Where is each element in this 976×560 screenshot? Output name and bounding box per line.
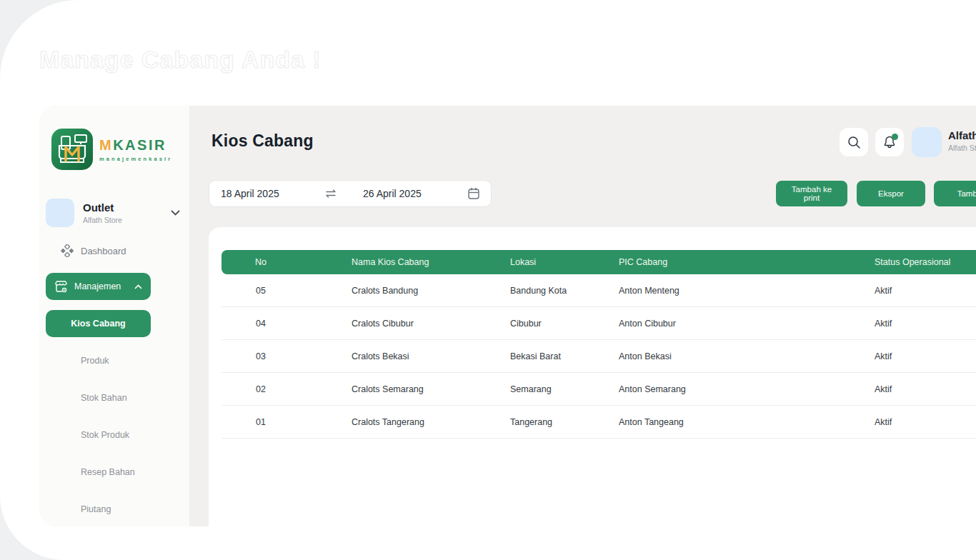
- brand-logo: MKASIR manajemenkasir: [51, 129, 172, 170]
- cell-status: Aktif: [875, 286, 976, 296]
- sidebar-item-piutang[interactable]: Piutang: [81, 504, 111, 514]
- brand-name-rest: KASIR: [113, 137, 166, 153]
- app-window: MKASIR manajemenkasir Outlet Alfath Stor…: [39, 106, 976, 526]
- sidebar-item-stok-produk[interactable]: Stok Produk: [81, 430, 129, 440]
- cell-pic: Anton Semarang: [619, 384, 875, 394]
- store-gear-icon: [54, 280, 68, 294]
- cell-lokasi: Semarang: [510, 384, 619, 394]
- cell-nama-kios: Cralots Bandung: [300, 286, 510, 296]
- cell-pic: Anton Menteng: [619, 286, 875, 296]
- table-card: No Nama Kios Cabang Lokasi PIC Cabang St…: [209, 227, 976, 526]
- cell-status: Aktif: [875, 384, 976, 394]
- outlet-store-name: Alfath Store: [83, 216, 122, 224]
- table-body: 05 Cralots Bandung Bandung Kota Anton Me…: [221, 274, 976, 439]
- cell-no: 05: [221, 286, 300, 296]
- chevron-up-icon: [134, 284, 142, 289]
- swap-arrows-icon: [324, 189, 337, 198]
- dashboard-icon: [61, 244, 74, 257]
- brand-wordmark: MKASIR manajemenkasir: [99, 137, 172, 162]
- column-header-nama: Nama Kios Cabang: [300, 257, 510, 267]
- user-store: Alfath Store: [948, 144, 976, 152]
- date-from[interactable]: 18 April 2025: [221, 188, 324, 199]
- date-range-picker[interactable]: 18 April 2025 26 April 2025: [209, 180, 492, 207]
- cell-no: 04: [221, 319, 300, 329]
- column-header-no: No: [221, 257, 300, 267]
- tambah-ke-print-button[interactable]: Tambah ke print: [776, 181, 847, 206]
- date-to[interactable]: 26 April 2025: [363, 188, 467, 199]
- cell-no: 02: [221, 384, 300, 394]
- cell-nama-kios: Cralots Cibubur: [300, 319, 510, 329]
- table-row[interactable]: 05 Cralots Bandung Bandung Kota Anton Me…: [221, 274, 976, 307]
- outlet-selector[interactable]: Outlet Alfath Store: [46, 199, 183, 227]
- search-icon: [847, 136, 861, 149]
- cell-nama-kios: Cralots Tangerang: [300, 417, 510, 427]
- cell-status: Aktif: [875, 319, 976, 329]
- outlet-avatar: [46, 199, 74, 227]
- sidebar-item-manajemen[interactable]: Manajemen: [46, 273, 151, 300]
- table-row[interactable]: 01 Cralots Tangerang Tangerang Anton Tan…: [221, 406, 976, 439]
- cell-lokasi: Cibubur: [510, 319, 619, 329]
- table-row[interactable]: 03 Cralots Bekasi Bekasi Barat Anton Bek…: [221, 340, 976, 373]
- cell-lokasi: Bandung Kota: [510, 286, 619, 296]
- ghost-heading: Manage Cabang Anda !: [39, 46, 322, 74]
- brand-tagline: manajemenkasir: [99, 156, 172, 162]
- notification-dot: [892, 134, 898, 140]
- column-header-status: Status Operasional: [875, 257, 976, 267]
- cell-status: Aktif: [875, 351, 976, 361]
- cell-lokasi: Tangerang: [510, 417, 619, 427]
- cell-status: Aktif: [875, 417, 976, 427]
- user-name: Alfath Store: [948, 129, 976, 141]
- cell-no: 03: [221, 351, 300, 361]
- sidebar-item-stok-bahan[interactable]: Stok Bahan: [81, 393, 127, 403]
- column-header-pic: PIC Cabang: [619, 257, 875, 267]
- outlet-label: Outlet: [83, 201, 122, 214]
- notifications-button[interactable]: [875, 128, 904, 156]
- brand-letter-m: M: [99, 137, 113, 153]
- column-header-lokasi: Lokasi: [510, 257, 619, 267]
- mkasir-logo-icon: [51, 129, 93, 170]
- calendar-icon: [467, 186, 481, 201]
- table-row[interactable]: 04 Cralots Cibubur Cibubur Anton Cibubur…: [221, 307, 976, 340]
- sidebar-item-label: Manajemen: [74, 281, 121, 291]
- table-row[interactable]: 02 Cralots Semarang Semarang Anton Semar…: [221, 373, 976, 406]
- cell-nama-kios: Cralots Bekasi: [300, 351, 510, 361]
- bell-icon: [882, 135, 897, 149]
- sidebar-item-resep-bahan[interactable]: Resep Bahan: [81, 467, 135, 477]
- tambah-kios-button[interactable]: Tambah kios: [934, 181, 976, 206]
- sidebar-item-produk[interactable]: Produk: [81, 356, 109, 366]
- user-info[interactable]: Alfath Store Alfath Store: [948, 129, 976, 152]
- sidebar-item-dashboard[interactable]: Dashboard: [61, 244, 126, 257]
- cell-no: 01: [221, 417, 300, 427]
- sidebar-item-label: Dashboard: [81, 246, 126, 256]
- page-background: Manage Cabang Anda ! MKASIR ma: [0, 0, 976, 560]
- kios-cabang-table: No Nama Kios Cabang Lokasi PIC Cabang St…: [221, 250, 976, 439]
- cell-nama-kios: Cralots Semarang: [300, 384, 510, 394]
- chevron-down-icon: [171, 210, 180, 216]
- user-avatar[interactable]: [912, 127, 942, 157]
- cell-pic: Anton Tangeang: [619, 417, 875, 427]
- cell-pic: Anton Cibubur: [619, 319, 875, 329]
- page-title: Kios Cabang: [211, 131, 314, 151]
- search-button[interactable]: [840, 128, 868, 156]
- table-header: No Nama Kios Cabang Lokasi PIC Cabang St…: [221, 250, 976, 274]
- cell-pic: Anton Bekasi: [619, 351, 875, 361]
- sidebar-item-kios-cabang[interactable]: Kios Cabang: [46, 310, 151, 337]
- main-content: Kios Cabang Alfath Store Alfath S: [189, 106, 976, 526]
- cell-lokasi: Bekasi Barat: [510, 351, 619, 361]
- sidebar: MKASIR manajemenkasir Outlet Alfath Stor…: [39, 106, 189, 526]
- ekspor-button[interactable]: Ekspor: [857, 181, 925, 206]
